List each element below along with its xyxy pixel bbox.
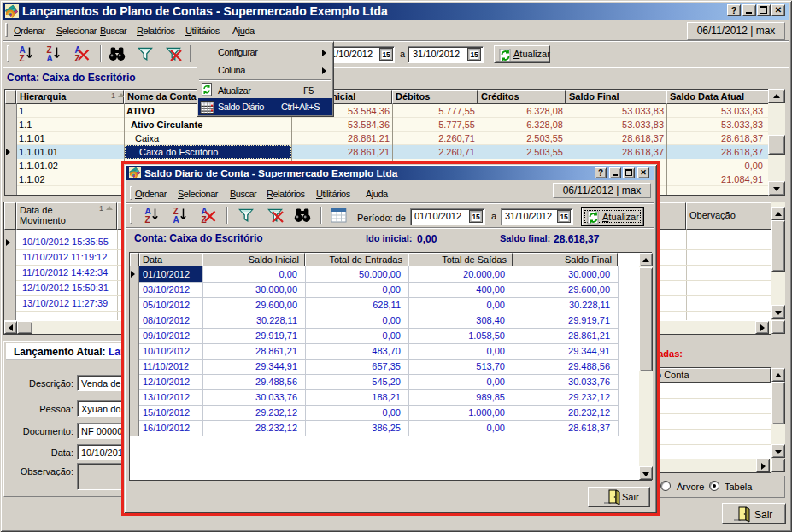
svg-text:Z: Z — [20, 54, 25, 63]
svg-text:A: A — [47, 54, 53, 63]
svg-text:Z: Z — [145, 215, 150, 225]
svg-text:15: 15 — [470, 50, 478, 59]
svg-text:15: 15 — [382, 50, 390, 59]
svg-text:15: 15 — [472, 213, 480, 221]
svg-text:15: 15 — [560, 213, 568, 221]
svg-text:A: A — [173, 215, 179, 225]
